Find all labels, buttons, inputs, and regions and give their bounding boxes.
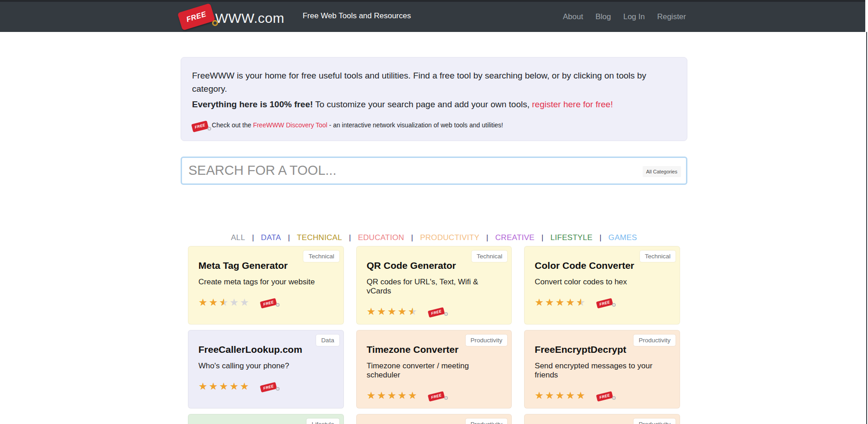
- tag-ring-icon: [444, 396, 448, 400]
- category-filter-all[interactable]: ALL: [231, 233, 245, 242]
- star-full-icon: ★: [545, 298, 554, 308]
- tool-title[interactable]: FreeCallerLookup.com: [198, 344, 333, 355]
- nav-link-login[interactable]: Log In: [623, 12, 645, 21]
- intro-panel: FreeWWW is your home for free useful too…: [181, 57, 687, 141]
- star-empty-icon: ★: [240, 298, 249, 308]
- window-edge: [866, 32, 867, 424]
- tag-ring-icon: [208, 127, 211, 131]
- category-filter-data[interactable]: DATA: [261, 233, 281, 242]
- star-rating: ★★★★★: [535, 391, 587, 401]
- free-tag-icon: FREE: [260, 298, 276, 307]
- free-tag-icon: FREE: [428, 307, 444, 316]
- star-full-icon: ★: [576, 391, 585, 401]
- star-full-icon: ★: [566, 298, 575, 308]
- tool-description: Send encrypted messages to your friends: [535, 361, 670, 380]
- star-full-icon: ★: [556, 298, 565, 308]
- category-filter-education[interactable]: EDUCATION: [358, 233, 405, 242]
- star-half-icon: ★★: [408, 307, 417, 317]
- register-link[interactable]: register here for free!: [532, 99, 613, 109]
- site-tagline: Free Web Tools and Resources: [302, 11, 411, 21]
- tool-card[interactable]: Productivity Mind Mapping Tool Build min…: [524, 414, 680, 424]
- tag-ring-icon: [444, 312, 448, 316]
- discovery-prefix: Check out the: [212, 121, 251, 129]
- tool-card[interactable]: Technical Meta Tag Generator Create meta…: [188, 246, 344, 325]
- intro-line-1: FreeWWW is your home for free useful too…: [192, 69, 676, 95]
- main-nav: About Blog Log In Register: [563, 12, 686, 21]
- tag-ring-icon: [276, 303, 280, 307]
- category-separator: |: [288, 233, 290, 242]
- nav-link-about[interactable]: About: [563, 12, 583, 21]
- category-filter-lifestyle[interactable]: LIFESTYLE: [551, 233, 593, 242]
- star-empty-icon: ★: [229, 298, 239, 308]
- star-full-icon: ★: [377, 307, 386, 317]
- star-rating: ★★★★★★: [198, 298, 250, 308]
- nav-link-blog[interactable]: Blog: [595, 12, 611, 21]
- tool-description: Create meta tags for your website: [198, 277, 333, 287]
- free-tag-logo-icon: FREE: [179, 8, 213, 26]
- intro-bold-text: Everything here is 100% free!: [192, 99, 313, 109]
- star-full-icon: ★: [219, 382, 228, 392]
- free-tag-label: FREE: [428, 391, 445, 402]
- tool-card[interactable]: Technical Color Code Converter Convert c…: [524, 246, 680, 325]
- tool-description: Who's calling your phone?: [198, 361, 333, 371]
- tool-card[interactable]: Productivity Universal Data Format Conve…: [356, 414, 512, 424]
- category-separator: |: [252, 233, 254, 242]
- tag-ring-icon: [212, 20, 218, 26]
- star-full-icon: ★: [198, 298, 208, 308]
- star-full-icon: ★: [408, 391, 417, 401]
- category-badge: Technical: [640, 251, 676, 262]
- category-filter-creative[interactable]: CREATIVE: [495, 233, 535, 242]
- tool-card[interactable]: Productivity FreeEncryptDecrypt Send enc…: [524, 330, 680, 408]
- site-name: WWW.com: [215, 10, 285, 26]
- category-filter-productivity[interactable]: PRODUCTIVITY: [420, 233, 479, 242]
- star-full-icon: ★: [198, 382, 208, 392]
- category-separator: |: [349, 233, 351, 242]
- free-tag-icon: FREE: [597, 298, 613, 307]
- free-tag-icon: FREE: [597, 391, 613, 400]
- tool-rating: ★★★★★ FREE: [367, 391, 502, 401]
- search-input[interactable]: [181, 157, 687, 185]
- site-logo[interactable]: FREE WWW.com: [179, 8, 284, 26]
- category-filter-technical[interactable]: TECHNICAL: [297, 233, 342, 242]
- star-full-icon: ★: [535, 391, 544, 401]
- category-filter-row: ALL|DATA|TECHNICAL|EDUCATION|PRODUCTIVIT…: [181, 233, 687, 242]
- main-content: FreeWWW is your home for free useful too…: [181, 57, 687, 424]
- category-badge: Productivity: [634, 419, 676, 424]
- tool-rating: ★★★★★ FREE: [535, 391, 670, 401]
- star-full-icon: ★: [545, 391, 554, 401]
- tool-rating: ★★★★★★ FREE: [367, 307, 502, 317]
- nav-link-register[interactable]: Register: [657, 12, 686, 21]
- free-tag-label: FREE: [596, 298, 613, 309]
- category-filter-games[interactable]: GAMES: [608, 233, 637, 242]
- category-badge: Productivity: [466, 419, 508, 424]
- star-full-icon: ★: [387, 307, 396, 317]
- star-full-icon: ★: [387, 391, 396, 401]
- category-badge: Technical: [472, 251, 507, 262]
- free-tag-label: FREE: [428, 307, 445, 318]
- tool-card[interactable]: Data FreeCallerLookup.com Who's calling …: [188, 330, 344, 408]
- category-badge: Data: [316, 335, 339, 346]
- tool-description: QR codes for URL's, Text, Wifi & vCards: [367, 277, 502, 296]
- discovery-tool-link[interactable]: FreeWWW Discovery Tool: [253, 121, 327, 129]
- star-rating: ★★★★★★: [367, 307, 419, 317]
- star-full-icon: ★: [240, 382, 249, 392]
- star-half-icon: ★★: [576, 298, 585, 308]
- category-filter-dropdown[interactable]: All Categories: [643, 166, 681, 177]
- free-tag-icon: FREE: [260, 382, 276, 391]
- star-rating: ★★★★★★: [535, 298, 587, 308]
- star-full-icon: ★: [229, 382, 239, 392]
- star-full-icon: ★: [556, 391, 565, 401]
- tool-card[interactable]: Productivity Timezone Converter Timezone…: [356, 330, 512, 408]
- star-full-icon: ★: [566, 391, 575, 401]
- star-full-icon: ★: [367, 391, 376, 401]
- free-tag-label: FREE: [260, 382, 277, 393]
- free-tag-label: FREE: [260, 298, 277, 309]
- star-full-icon: ★: [209, 298, 218, 308]
- star-full-icon: ★: [398, 307, 407, 317]
- intro-line-2-text: To customize your search page and add yo…: [315, 99, 530, 109]
- tool-card[interactable]: Lifestyle Baby Naming App Find the perfe…: [188, 414, 344, 424]
- star-full-icon: ★: [377, 391, 386, 401]
- top-navbar: FREE WWW.com Free Web Tools and Resource…: [0, 0, 865, 32]
- category-separator: |: [486, 233, 489, 242]
- tool-card[interactable]: Technical QR Code Generator QR codes for…: [356, 246, 512, 325]
